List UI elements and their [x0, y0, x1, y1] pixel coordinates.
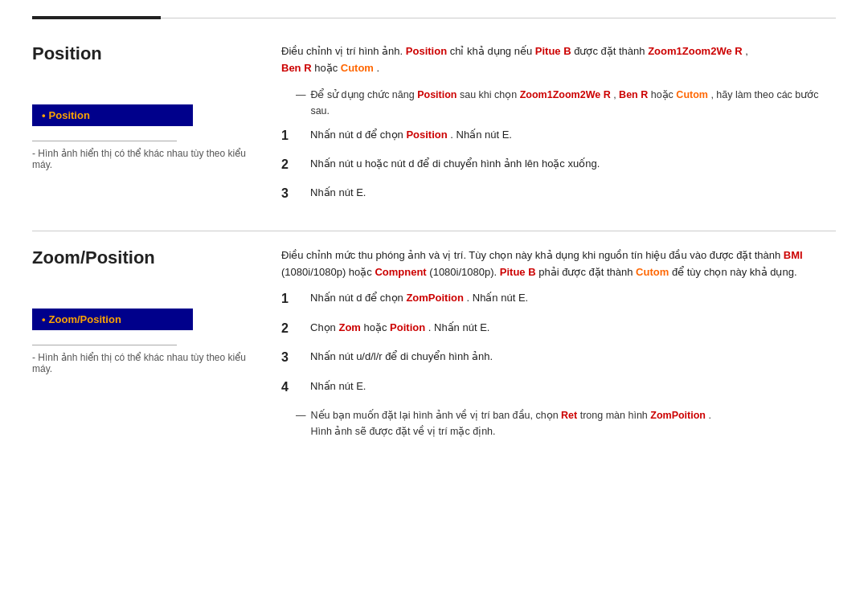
position-title: Position: [32, 43, 249, 64]
position-step-2: 2 Nhấn nút u hoặc nút d để di chuyển hìn…: [281, 156, 836, 174]
position-divider: [32, 141, 177, 141]
position-desc-part4: ,: [745, 45, 748, 57]
zoom-position-step-2-num: 2: [281, 320, 304, 337]
zoom-position-step-3-num: 3: [281, 349, 304, 366]
zoom-position-indent-dash: —: [296, 407, 306, 439]
top-progress-bar: [32, 16, 836, 19]
zoom-position-menu-dot: •: [42, 313, 46, 325]
position-desc-kw4: Zoom2: [682, 45, 717, 57]
position-menu-item[interactable]: •Position: [32, 104, 193, 126]
position-desc-kw7: Cutom: [341, 62, 374, 74]
zoom-position-divider: [32, 345, 177, 345]
position-step-1: 1 Nhấn nút d để chọn Position . Nhấn nút…: [281, 127, 836, 145]
zoom-position-step-4-text: Nhấn nút E.: [310, 378, 836, 395]
position-desc-kw6: Ben R: [281, 62, 312, 74]
zoom-position-step-1-num: 1: [281, 290, 304, 308]
zoom-position-step-4-num: 4: [281, 378, 304, 396]
position-desc-kw5: We R: [716, 45, 742, 57]
zoom-position-step-1: 1 Nhấn nút d để chọn ZomPoition . Nhấn n…: [281, 290, 836, 308]
position-section: Position •Position - Hình ảnh hiển thị c…: [32, 43, 836, 215]
position-indent-text: Để sử dụng chức năng Position sau khi ch…: [310, 87, 836, 119]
progress-filled: [32, 16, 161, 19]
position-step-2-text: Nhấn nút u hoặc nút d để di chuyển hình …: [310, 156, 836, 173]
zoom-position-step-4: 4 Nhấn nút E.: [281, 378, 836, 396]
zoom-position-section: Zoom/Position •Zoom/Position - Hình ảnh …: [32, 247, 836, 443]
position-step-2-num: 2: [281, 156, 304, 174]
position-desc-part5: hoặc: [314, 62, 341, 74]
position-step-3-num: 3: [281, 185, 304, 202]
zoom-position-step-3-text: Nhấn nút u/d/l/r để di chuyển hình ảnh.: [310, 349, 836, 366]
position-desc-kw3: Zoom1: [648, 45, 682, 57]
position-step-3-text: Nhấn nút E.: [310, 185, 836, 202]
zoom-position-step-2-text: Chọn Zom hoặc Poition . Nhấn nút E.: [310, 320, 836, 337]
zoom-position-step-3: 3 Nhấn nút u/d/l/r để di chuyển hình ảnh…: [281, 349, 836, 366]
position-step-1-text: Nhấn nút d để chọn Position . Nhấn nút E…: [310, 127, 836, 144]
position-note: - Hình ảnh hiển thị có thể khác nhau tùy…: [32, 148, 249, 170]
zoom-position-title: Zoom/Position: [32, 247, 249, 268]
position-right-col: Điều chỉnh vị trí hình ảnh. Position chỉ…: [273, 43, 836, 215]
position-desc-part6: .: [377, 62, 380, 74]
zoom-position-steps: 1 Nhấn nút d để chọn ZomPoition . Nhấn n…: [281, 290, 836, 396]
position-indent-note: — Để sử dụng chức năng Position sau khi …: [296, 87, 836, 119]
zoom-position-step-2: 2 Chọn Zom hoặc Poition . Nhấn nút E.: [281, 320, 836, 337]
page: Position •Position - Hình ảnh hiển thị c…: [0, 0, 868, 613]
position-menu-label: Position: [49, 109, 90, 121]
position-desc-part1: Điều chỉnh vị trí hình ảnh.: [281, 45, 403, 57]
progress-empty: [161, 18, 836, 18]
position-indent-dash: —: [296, 87, 305, 119]
zoom-position-right-col: Điều chỉnh mức thu phóng ảnh và vị trí. …: [273, 247, 836, 443]
position-steps: 1 Nhấn nút d để chọn Position . Nhấn nút…: [281, 127, 836, 203]
zoom-position-left-col: Zoom/Position •Zoom/Position - Hình ảnh …: [32, 247, 273, 443]
zoom-position-desc: Điều chỉnh mức thu phóng ảnh và vị trí. …: [281, 247, 836, 281]
position-desc-kw2: Pitue B: [535, 45, 571, 57]
zoom-position-note: - Hình ảnh hiển thị có thể khác nhau tùy…: [32, 352, 249, 374]
position-desc-part3: được đặt thành: [574, 45, 648, 57]
zoom-position-menu-item[interactable]: •Zoom/Position: [32, 309, 193, 330]
position-menu-dot: •: [42, 109, 46, 121]
zoom-position-indent-note: — Nếu bạn muốn đặt lại hình ảnh về vị tr…: [296, 407, 836, 439]
position-desc-part2: chỉ khả dụng nếu: [450, 45, 535, 57]
position-step-3: 3 Nhấn nút E.: [281, 185, 836, 202]
section-main-divider: [32, 231, 836, 231]
position-desc-kw1: Position: [406, 45, 447, 57]
zoom-position-menu-label: Zoom/Position: [49, 313, 121, 325]
position-step-1-num: 1: [281, 127, 304, 145]
position-desc: Điều chỉnh vị trí hình ảnh. Position chỉ…: [281, 43, 836, 77]
zoom-position-step-1-text: Nhấn nút d để chọn ZomPoition . Nhấn nút…: [310, 290, 836, 307]
position-left-col: Position •Position - Hình ảnh hiển thị c…: [32, 43, 273, 215]
zoom-position-indent-text: Nếu bạn muốn đặt lại hình ảnh về vị trí …: [311, 407, 711, 439]
